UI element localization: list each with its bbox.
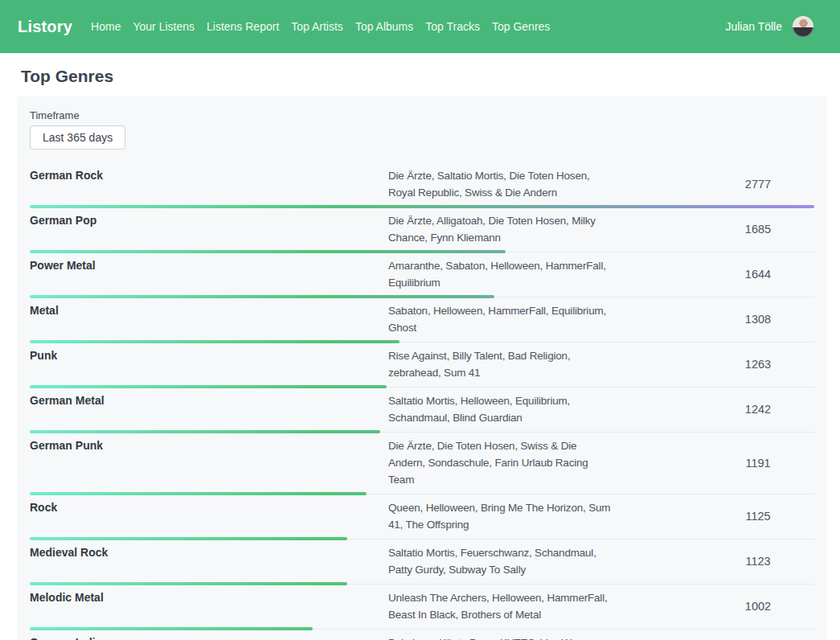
genre-artists: Die Ärzte, Alligatoah, Die Toten Hosen, …: [388, 212, 702, 246]
genre-name: German Metal: [30, 392, 388, 426]
genre-artists-text: Saltatio Mortis, Feuerschwanz, Schandmau…: [388, 544, 612, 578]
genre-artists: Sabaton, Helloween, HammerFall, Equilibr…: [388, 302, 702, 336]
genre-count: 1123: [702, 544, 814, 578]
genre-count: 1125: [702, 499, 814, 533]
genre-name: Medieval Rock: [30, 544, 388, 578]
genre-bar: [30, 250, 506, 253]
genre-count: 1685: [702, 212, 814, 246]
nav-item-top-albums[interactable]: Top Albums: [355, 20, 413, 33]
page-title: Top Genres: [21, 67, 827, 86]
genre-artists: Saltatio Mortis, Helloween, Equilibrium,…: [388, 392, 702, 426]
nav-item-top-tracks[interactable]: Top Tracks: [425, 20, 480, 33]
genre-bar: [30, 340, 400, 343]
nav-links: Home Your Listens Listens Report Top Art…: [91, 20, 725, 33]
genre-name: Melodic Metal: [30, 589, 388, 623]
genre-row: Metal Sabaton, Helloween, HammerFall, Eq…: [30, 297, 814, 343]
genre-artists: Bukahara, Käptn Peng, KYTES, Von Wegen L…: [388, 634, 702, 640]
genre-count: 1002: [702, 589, 814, 623]
genre-artists: Queen, Helloween, Bring Me The Horizon, …: [388, 499, 702, 533]
genre-count: 1308: [702, 302, 814, 336]
genre-count: 1263: [702, 347, 814, 381]
genre-bar: [30, 492, 367, 495]
genre-row: Rock Queen, Helloween, Bring Me The Hori…: [30, 494, 814, 539]
genre-bar: [30, 627, 313, 630]
genre-table: German Rock Die Ärzte, Saltatio Mortis, …: [30, 162, 814, 640]
genre-count: 1644: [702, 257, 814, 291]
genre-count: 1191: [702, 437, 814, 488]
genre-artists-text: Rise Against, Billy Talent, Bad Religion…: [388, 347, 612, 381]
genre-row: German Rock Die Ärzte, Saltatio Mortis, …: [30, 162, 814, 207]
genre-artists-text: Unleash The Archers, Helloween, HammerFa…: [388, 589, 612, 623]
genre-name: Punk: [30, 347, 388, 381]
genre-artists-text: Bukahara, Käptn Peng, KYTES, Von Wegen L…: [388, 634, 612, 640]
genre-artists: Saltatio Mortis, Feuerschwanz, Schandmau…: [388, 544, 702, 578]
genre-artists-text: Die Ärzte, Alligatoah, Die Toten Hosen, …: [388, 212, 612, 246]
main-content: Top Genres Timeframe Last 365 days Germa…: [0, 53, 840, 640]
nav-item-listens-report[interactable]: Listens Report: [207, 20, 279, 33]
genre-row: German Indie Bukahara, Käptn Peng, KYTES…: [30, 630, 814, 640]
user-avatar[interactable]: [793, 16, 813, 37]
genre-name: German Rock: [30, 167, 388, 201]
genre-bar: [30, 582, 347, 585]
user-name: Julian Tölle: [725, 20, 782, 33]
genre-artists: Unleash The Archers, Helloween, HammerFa…: [388, 589, 702, 623]
genre-artists: Die Ärzte, Saltatio Mortis, Die Toten Ho…: [388, 167, 702, 201]
genre-name: German Pop: [30, 212, 388, 246]
genre-name: German Indie: [30, 634, 388, 640]
nav-item-top-genres[interactable]: Top Genres: [492, 20, 550, 33]
genre-artists: Die Ärzte, Die Toten Hosen, Swiss & Die …: [388, 437, 702, 488]
genre-bar: [30, 385, 387, 388]
genre-artists: Amaranthe, Sabaton, Helloween, HammerFal…: [388, 257, 702, 291]
genre-bar: [30, 430, 380, 433]
genre-bar: [30, 205, 814, 208]
timeframe-select[interactable]: Last 365 days: [30, 125, 125, 150]
top-navigation: Listory Home Your Listens Listens Report…: [0, 0, 840, 53]
genre-bar: [30, 537, 347, 540]
genre-artists-text: Saltatio Mortis, Helloween, Equilibrium,…: [388, 392, 612, 426]
genre-row: Medieval Rock Saltatio Mortis, Feuerschw…: [30, 539, 814, 585]
genre-artists-text: Die Ärzte, Die Toten Hosen, Swiss & Die …: [388, 437, 612, 488]
genre-row: Melodic Metal Unleash The Archers, Hello…: [30, 585, 814, 630]
genre-row: German Punk Die Ärzte, Die Toten Hosen, …: [30, 433, 814, 494]
genre-count: 926: [702, 634, 814, 640]
nav-item-your-listens[interactable]: Your Listens: [133, 20, 195, 33]
genre-artists-text: Die Ärzte, Saltatio Mortis, Die Toten Ho…: [388, 167, 612, 201]
nav-item-home[interactable]: Home: [91, 20, 121, 33]
genre-artists: Rise Against, Billy Talent, Bad Religion…: [388, 347, 702, 381]
genre-name: Rock: [30, 499, 388, 533]
user-menu[interactable]: Julian Tölle: [725, 16, 813, 37]
genre-row: Power Metal Amaranthe, Sabaton, Hellowee…: [30, 252, 814, 297]
genre-name: German Punk: [30, 437, 388, 488]
genre-name: Metal: [30, 302, 388, 336]
app-logo[interactable]: Listory: [18, 18, 72, 36]
genre-name: Power Metal: [30, 257, 388, 291]
genre-row: German Metal Saltatio Mortis, Helloween,…: [30, 388, 814, 433]
genre-bar: [30, 295, 494, 298]
genre-artists-text: Amaranthe, Sabaton, Helloween, HammerFal…: [388, 257, 612, 291]
genre-row: German Pop Die Ärzte, Alligatoah, Die To…: [30, 207, 814, 252]
genre-count: 1242: [702, 392, 814, 426]
genre-row: Punk Rise Against, Billy Talent, Bad Rel…: [30, 343, 814, 388]
timeframe-label: Timeframe: [30, 109, 814, 121]
top-genres-card: Timeframe Last 365 days German Rock Die …: [17, 96, 827, 640]
nav-item-top-artists[interactable]: Top Artists: [291, 20, 343, 33]
genre-count: 2777: [702, 167, 814, 201]
genre-artists-text: Sabaton, Helloween, HammerFall, Equilibr…: [388, 302, 612, 336]
genre-artists-text: Queen, Helloween, Bring Me The Horizon, …: [388, 499, 612, 533]
